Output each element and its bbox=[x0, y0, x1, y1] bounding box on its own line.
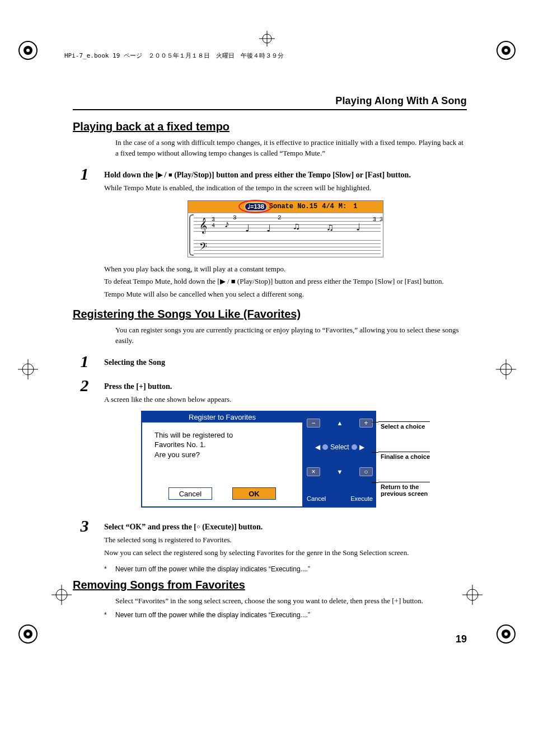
select-dot-icon bbox=[322, 444, 328, 450]
fav-step3-body1: The selected song is registered to Favor… bbox=[104, 535, 467, 546]
tempo-badge: ♩=138 bbox=[245, 203, 267, 211]
x-button[interactable]: × bbox=[307, 467, 320, 476]
song-name: Sonate No.15 bbox=[269, 203, 317, 210]
callout-select: Select a choice bbox=[378, 421, 430, 430]
stop-icon: ■ bbox=[231, 277, 236, 285]
nav-execute-label: Execute bbox=[350, 495, 373, 502]
o-button[interactable]: ○ bbox=[359, 467, 373, 476]
callout-finalise: Finalise a choice bbox=[378, 452, 430, 460]
remove-body: Select “Favorites” in the song select sc… bbox=[115, 596, 467, 607]
right-arrow-icon: ▶ bbox=[359, 443, 364, 451]
fav-step2-title: Press the [+] button. bbox=[104, 381, 467, 392]
up-arrow-icon: ▲ bbox=[337, 420, 343, 426]
fav-step3-title: Select “OK” and press the [○ (Execute)] … bbox=[104, 521, 467, 533]
tempo-step1-body: While Tempo Mute is enabled, the indicat… bbox=[104, 183, 467, 194]
dialog-title: Register to Favorites bbox=[142, 412, 302, 422]
plus-button[interactable]: + bbox=[359, 419, 373, 428]
tempo-after1: When you play back the song, it will pla… bbox=[104, 264, 467, 275]
stop-icon: ■ bbox=[168, 171, 172, 178]
dialog-line1: This will be registered to bbox=[154, 430, 293, 440]
step-number-3: 3 bbox=[73, 518, 104, 534]
remove-note: Never turn off the power while the displ… bbox=[115, 611, 310, 619]
callout-return: Return to the previous screen bbox=[378, 482, 430, 497]
asterisk-icon: * bbox=[104, 611, 115, 619]
play-icon: ▶ bbox=[158, 171, 162, 178]
dialog-line3: Are you sure? bbox=[154, 450, 293, 460]
time-signature: 4/4 bbox=[322, 203, 334, 210]
asterisk-icon: * bbox=[104, 565, 115, 573]
fav-step2-body: A screen like the one shown below appear… bbox=[104, 395, 467, 405]
measure-value: 1 bbox=[353, 203, 357, 210]
page-number: 19 bbox=[73, 633, 467, 645]
section-remove-title: Removing Songs from Favorites bbox=[73, 579, 467, 591]
select-dot-icon bbox=[352, 444, 357, 450]
tempo-after3: Tempo Mute will also be cancelled when y… bbox=[104, 289, 467, 300]
tempo-after2: To defeat Tempo Mute, hold down the [▶ /… bbox=[104, 276, 467, 287]
dialog-line2: Favorites No. 1. bbox=[154, 440, 293, 450]
step-number-1: 1 bbox=[73, 166, 104, 182]
fav-step3-body2: Now you can select the registered song b… bbox=[104, 548, 467, 558]
fav-intro: You can register songs you are currently… bbox=[115, 325, 467, 346]
step-number-1: 1 bbox=[73, 353, 104, 370]
fav-step1: Selecting the Song bbox=[104, 356, 467, 368]
nav-pad-illustration: − ▲ + ◀ Select ▶ × ▼ ○ bbox=[303, 411, 376, 508]
figure-favorites-dialog: Register to Favorites This will be regis… bbox=[104, 411, 467, 508]
minus-button[interactable]: − bbox=[307, 419, 320, 428]
select-label: Select bbox=[330, 443, 349, 451]
section-tempo-title: Playing back at a fixed tempo bbox=[73, 120, 467, 133]
figure-tempo-screen: ♩=138 Sonate No.15 4/4 M: 1 𝄞 bbox=[188, 200, 383, 257]
cancel-button[interactable]: Cancel bbox=[168, 487, 212, 500]
nav-cancel-label: Cancel bbox=[307, 495, 326, 502]
circle-icon: ○ bbox=[196, 523, 200, 530]
measure-label: M: bbox=[339, 203, 346, 210]
fav-note: Never turn off the power while the displ… bbox=[115, 565, 310, 573]
left-arrow-icon: ◀ bbox=[315, 443, 320, 451]
section-favorites-title: Registering the Songs You Like (Favorite… bbox=[73, 308, 467, 321]
music-notes-icon: 𝄞 𝄢 34 ♪ ♩ ♩ ♫ ♫ ♩ 3 3 2 3 bbox=[199, 213, 380, 257]
ok-button[interactable]: OK bbox=[232, 487, 276, 500]
chapter-title: Playing Along With A Song bbox=[73, 95, 467, 110]
step-number-2: 2 bbox=[73, 377, 104, 394]
down-arrow-icon: ▼ bbox=[337, 468, 343, 475]
tempo-intro: In the case of a song with difficult tem… bbox=[115, 138, 467, 159]
tempo-step1-title: Hold down the [▶ / ■ (Play/Stop)] button… bbox=[104, 169, 467, 181]
play-icon: ▶ bbox=[220, 277, 226, 285]
